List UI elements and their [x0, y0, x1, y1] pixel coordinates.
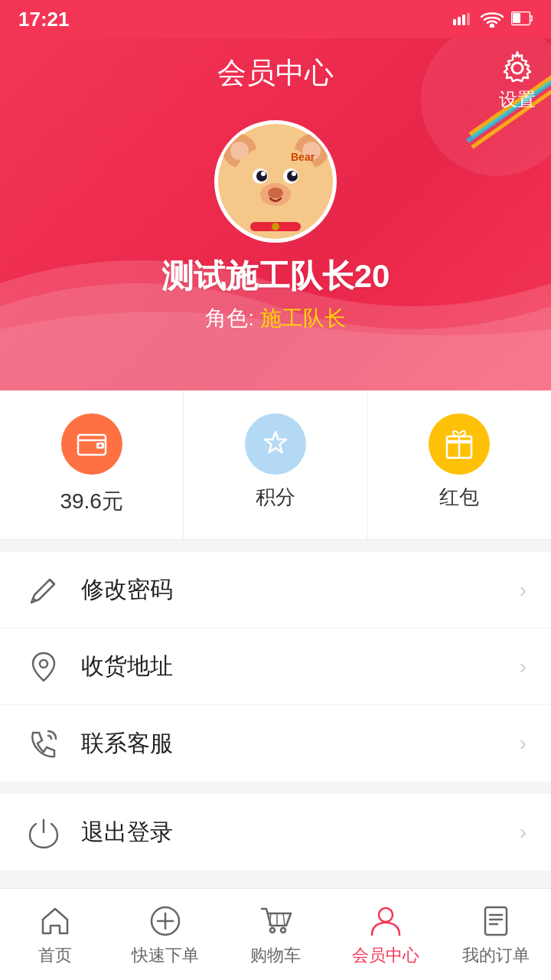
- nav-label-quick-order: 快速下单: [132, 944, 199, 967]
- redpacket-icon-circle: [429, 413, 490, 475]
- nav-label-home: 首页: [38, 944, 72, 967]
- wallet-value: 39.6元: [60, 487, 123, 516]
- nav-item-quick-order[interactable]: 快速下单: [110, 889, 220, 980]
- menu-text-contact-service: 联系客服: [81, 728, 520, 760]
- svg-point-19: [292, 172, 296, 176]
- svg-point-7: [512, 63, 523, 74]
- points-label: 积分: [256, 484, 295, 511]
- avatar: Bear: [214, 120, 337, 243]
- nav-item-member[interactable]: 会员中心: [331, 889, 441, 980]
- cart-nav-icon: [257, 903, 294, 939]
- header-section: 设置 会员中心: [0, 38, 551, 390]
- stat-wallet[interactable]: 39.6元: [0, 390, 184, 539]
- phone-icon: [24, 724, 63, 763]
- svg-rect-2: [462, 15, 465, 25]
- wifi-icon: [481, 11, 504, 28]
- location-icon: [24, 648, 63, 686]
- svg-point-34: [379, 908, 393, 922]
- star-icon: [259, 427, 292, 461]
- battery-icon: [511, 11, 533, 27]
- power-icon: [24, 813, 63, 851]
- profile-section: Bear 测试施工队长20 角色: 施工队长: [0, 105, 551, 333]
- nav-label-member: 会员中心: [352, 944, 419, 967]
- menu-text-change-password: 修改密码: [81, 574, 520, 606]
- orders-nav-icon: [478, 903, 514, 939]
- svg-point-18: [261, 172, 266, 176]
- bear-avatar-image: Bear: [218, 124, 333, 239]
- logout-section: 退出登录 ›: [0, 794, 551, 871]
- edit-icon: [24, 571, 63, 609]
- nav-label-orders: 我的订单: [462, 944, 530, 967]
- svg-point-23: [272, 223, 279, 230]
- menu-section: 修改密码 › 收货地址 › 联系客服: [0, 552, 551, 782]
- arrow-icon-logout: ›: [520, 820, 527, 844]
- nav-label-cart: 购物车: [250, 944, 301, 967]
- home-nav-icon: [37, 903, 73, 939]
- stats-row: 39.6元 积分 红包: [0, 390, 551, 540]
- svg-point-33: [281, 928, 285, 933]
- menu-item-change-password[interactable]: 修改密码 ›: [0, 552, 551, 629]
- menu-item-shipping-address[interactable]: 收货地址 ›: [0, 629, 551, 705]
- svg-point-4: [491, 24, 494, 28]
- svg-rect-0: [453, 19, 456, 25]
- svg-point-21: [268, 188, 283, 198]
- svg-point-32: [270, 928, 275, 933]
- nav-item-cart[interactable]: 购物车: [220, 889, 331, 980]
- quick-order-nav-icon: [147, 903, 184, 939]
- svg-rect-3: [467, 13, 470, 25]
- redpacket-label: 红包: [439, 484, 479, 511]
- menu-item-logout[interactable]: 退出登录 ›: [0, 794, 551, 871]
- arrow-icon-contact-service: ›: [520, 731, 527, 756]
- role-prefix: 角色:: [205, 306, 254, 330]
- svg-text:Bear: Bear: [291, 151, 315, 163]
- section-divider: [0, 782, 551, 794]
- status-icons: [453, 11, 533, 28]
- settings-button[interactable]: 设置: [499, 51, 536, 112]
- svg-point-30: [40, 660, 47, 668]
- status-bar: 17:21: [0, 0, 551, 38]
- role-line: 角色: 施工队长: [205, 304, 346, 333]
- signal-icon: [453, 13, 473, 25]
- svg-point-27: [99, 444, 102, 447]
- stat-points[interactable]: 积分: [184, 390, 367, 539]
- bottom-navigation: 首页 快速下单 购物车 会员中心: [0, 888, 551, 980]
- username: 测试施工队长20: [161, 255, 390, 298]
- member-nav-icon: [367, 903, 404, 939]
- wallet-icon: [75, 427, 109, 461]
- stat-redpacket[interactable]: 红包: [368, 390, 551, 539]
- nav-item-orders[interactable]: 我的订单: [441, 889, 551, 980]
- svg-rect-6: [513, 13, 520, 23]
- svg-rect-35: [485, 907, 507, 935]
- points-icon-circle: [245, 413, 306, 475]
- role-value: 施工队长: [260, 306, 346, 330]
- arrow-icon-shipping-address: ›: [520, 655, 527, 679]
- menu-item-contact-service[interactable]: 联系客服 ›: [0, 705, 551, 782]
- menu-text-logout: 退出登录: [81, 817, 520, 848]
- gear-icon: [500, 51, 535, 86]
- menu-text-shipping-address: 收货地址: [81, 651, 520, 682]
- wallet-icon-circle: [61, 413, 122, 475]
- nav-item-home[interactable]: 首页: [0, 889, 110, 980]
- svg-rect-1: [458, 17, 461, 25]
- gift-icon: [442, 427, 476, 461]
- arrow-icon-change-password: ›: [520, 578, 527, 603]
- time: 17:21: [18, 8, 70, 31]
